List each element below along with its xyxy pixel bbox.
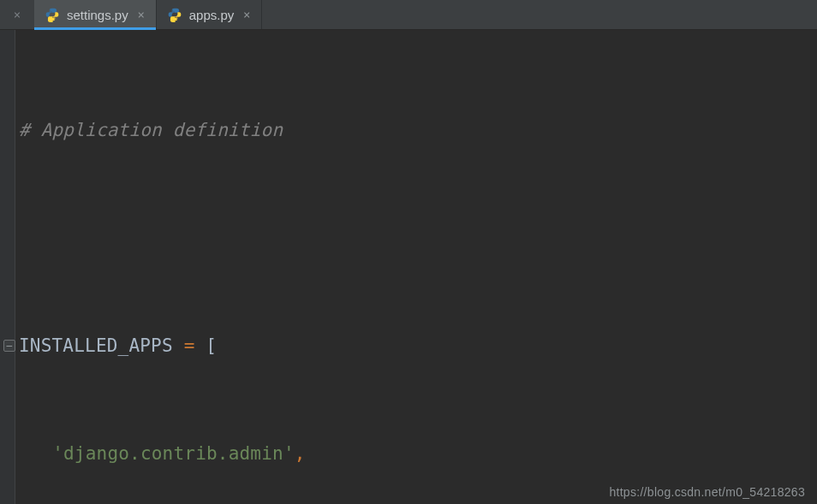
gutter [0, 30, 15, 504]
identifier: INSTALLED_APPS [19, 335, 184, 356]
close-icon[interactable]: × [135, 8, 147, 21]
comment-text: # Application definition [19, 120, 283, 140]
python-file-icon [167, 7, 182, 22]
code-line [19, 220, 817, 256]
code-line: # Application definition [19, 112, 817, 148]
code-area[interactable]: # Application definition –INSTALLED_APPS… [0, 40, 817, 504]
comma: , [295, 443, 306, 464]
code-line: –INSTALLED_APPS = [ [19, 328, 817, 364]
tab-apps-py[interactable]: apps.py × [157, 0, 263, 29]
tab-prev-close-icon[interactable]: × [0, 0, 34, 29]
tab-label: settings.py [67, 8, 128, 22]
tab-label: apps.py [189, 8, 235, 22]
watermark-text: https://blog.csdn.net/m0_54218263 [609, 485, 805, 499]
editor-tab-bar: × settings.py × apps.py × [0, 0, 817, 30]
code-editor[interactable]: # Application definition –INSTALLED_APPS… [0, 30, 817, 504]
bracket: [ [195, 335, 218, 356]
operator: = [184, 335, 195, 356]
close-icon[interactable]: × [241, 8, 253, 21]
fold-toggle-icon[interactable]: – [3, 340, 15, 352]
tab-settings-py[interactable]: settings.py × [34, 0, 157, 29]
python-file-icon [45, 7, 60, 22]
string-literal: 'django.contrib.admin' [52, 443, 295, 464]
code-line: 'django.contrib.admin', [19, 436, 817, 471]
